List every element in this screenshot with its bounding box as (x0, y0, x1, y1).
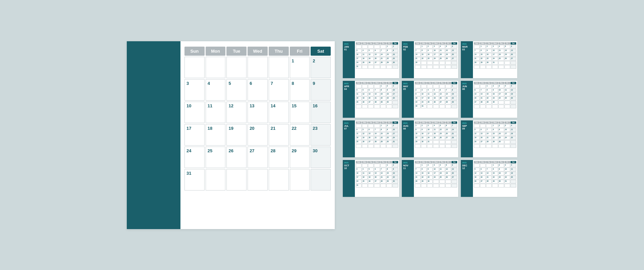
mini-cell (439, 140, 445, 144)
mini-cell: 29 (486, 101, 492, 104)
mini-header-cell: Fri (445, 161, 451, 163)
mini-cell: 14 (486, 132, 492, 136)
mini-cell: 18 (362, 57, 368, 61)
mini-month: AUG (403, 125, 409, 127)
mini-cell: 8 (486, 89, 492, 92)
mini-cell (368, 164, 374, 167)
mini-cell: 16 (392, 53, 398, 57)
mini-cell: 16 (498, 172, 504, 175)
mini-cell: 13 (480, 132, 486, 136)
mini-cell: 31 (356, 184, 362, 187)
cal-cell: 13 (248, 102, 268, 123)
mini-cell: 18 (439, 172, 445, 175)
mini-cell (445, 144, 451, 148)
mini-header-cell: Thu (439, 42, 445, 45)
mini-cell: 13 (451, 49, 457, 53)
mini-cell: 12 (368, 53, 374, 57)
mini-cell (474, 124, 480, 128)
mini-header-cell: Wed (492, 121, 498, 124)
mini-cell (504, 105, 510, 108)
mini-cell: 31 (504, 180, 510, 183)
mini-cell: 19 (368, 57, 374, 61)
mini-cell: 25 (356, 140, 362, 144)
mini-grid: 1234567891011121314151617181920212223242… (474, 164, 516, 187)
mini-cell: 18 (511, 132, 516, 136)
mini-cell: 5 (445, 164, 451, 167)
mini-cell: 16 (415, 97, 421, 100)
mini-cell: 29 (386, 180, 392, 183)
mini-cell: 29 (492, 140, 498, 144)
mini-cell: 10 (421, 93, 427, 96)
mini-cell: 25 (362, 180, 368, 183)
mini-cell: 30 (486, 61, 492, 65)
mini-cell (415, 85, 421, 88)
main-calendar-body: SunMonTueWedThuFriSat 123456789101112131… (180, 41, 335, 229)
mini-cell: 12 (511, 89, 516, 92)
mini-cell (374, 85, 380, 88)
mini-cell: 7 (474, 49, 480, 53)
mini-cell: 20 (451, 53, 457, 57)
mini-cell: 3 (433, 164, 439, 167)
mini-header-cell: Thu (380, 161, 386, 163)
mini-cell (362, 184, 368, 187)
mini-cell: 8 (480, 49, 486, 53)
cal-cell: 15 (290, 102, 310, 123)
mini-cell (427, 184, 433, 187)
mini-cell: 13 (439, 93, 445, 96)
mini-cell: 1 (386, 164, 392, 167)
mini-cell: 3 (433, 45, 439, 49)
cal-cell (269, 169, 289, 191)
mini-cell (392, 144, 398, 148)
mini-cell: 5 (511, 85, 516, 88)
mini-month: JUL (344, 125, 348, 127)
mini-cell: 2 (415, 89, 421, 92)
mini-cell (392, 105, 398, 108)
mini-cell: 20 (368, 97, 374, 100)
mini-cell (439, 61, 445, 65)
cal-header-sun: Sun (184, 47, 205, 56)
mini-cell: 22 (451, 97, 457, 100)
mini-cell: 14 (474, 53, 480, 57)
mini-grid: 1234567891011121314151617181920212223242… (415, 124, 457, 148)
mini-cell (374, 164, 380, 167)
mini-cell: 11 (433, 128, 439, 132)
mini-cell: 2 (427, 164, 433, 167)
mini-header-cell: Wed (492, 161, 498, 163)
mini-cell: 23 (386, 97, 392, 100)
mini-cell (362, 144, 368, 148)
mini-header-cell: Fri (504, 82, 510, 84)
mini-header-cell: Sun (415, 42, 421, 45)
mini-cell: 19 (362, 97, 368, 100)
mini-cell: 11 (439, 168, 445, 171)
cal-cell: 27 (248, 147, 268, 168)
mini-cell (374, 105, 380, 108)
mini-cell (511, 65, 516, 69)
mini-header-cell: Wed (433, 82, 439, 84)
mini-cell (386, 105, 392, 108)
mini-cell: 20 (439, 97, 445, 100)
cal-cell: 7 (269, 79, 289, 101)
mini-cell: 17 (427, 132, 433, 136)
mini-cell: 3 (492, 45, 498, 49)
mini-header-cell: Sat (511, 161, 516, 163)
mini-year: 2021 (462, 162, 467, 164)
mini-cell: 12 (504, 49, 510, 53)
cal-cell: 20 (248, 124, 268, 146)
mini-cell (498, 65, 504, 69)
mini-grid: 1234567891011121314151617181920212223242… (415, 45, 457, 69)
cal-cell (269, 57, 289, 78)
mini-body: SunMonTueWedThuFriSat1234567891011121314… (473, 41, 517, 78)
mini-num: 03 (462, 48, 465, 51)
mini-cell: 6 (368, 128, 374, 132)
mini-sidebar: 2021MAR03 (461, 41, 473, 78)
mini-header-row: SunMonTueWedThuFriSat (474, 82, 516, 84)
mini-cell (427, 65, 433, 69)
mini-cell (451, 184, 457, 187)
mini-year: 2021 (344, 162, 348, 164)
mini-cell: 21 (486, 176, 492, 179)
mini-cell: 29 (380, 140, 386, 144)
mini-cell: 12 (445, 168, 451, 171)
mini-cell: 25 (511, 136, 516, 140)
mini-cell (492, 184, 498, 187)
mini-cell: 2 (392, 164, 398, 167)
